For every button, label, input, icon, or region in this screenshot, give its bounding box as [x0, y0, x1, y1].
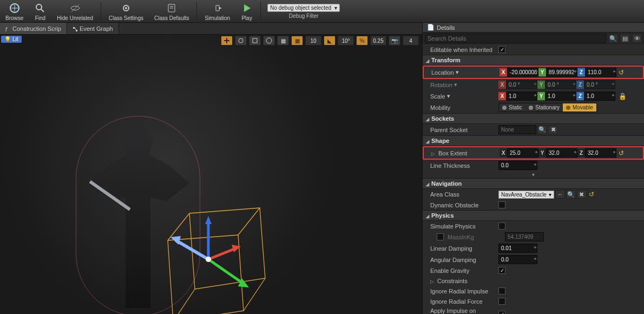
- scale-x-field[interactable]: 1.0: [506, 91, 537, 101]
- constraints-row[interactable]: Constraints: [423, 276, 644, 286]
- nav-back-icon[interactable]: ←: [555, 190, 565, 199]
- chevron-down-icon[interactable]: ▾: [447, 93, 450, 100]
- svg-marker-13: [244, 4, 251, 12]
- clear-class-icon[interactable]: ✖: [577, 190, 587, 199]
- browse-button[interactable]: Browse: [0, 0, 29, 22]
- chevron-down-icon[interactable]: ▾: [456, 69, 459, 76]
- simulation-icon: [212, 2, 224, 14]
- grid-snap-value[interactable]: 10: [305, 36, 321, 45]
- enable-gravity-checkbox[interactable]: [498, 267, 505, 274]
- category-physics[interactable]: Physics: [423, 210, 644, 221]
- reset-area-class-icon[interactable]: ↺: [589, 191, 594, 198]
- scale-label: Scale▾: [430, 93, 496, 100]
- tab-label: Event Graph: [80, 25, 113, 32]
- editable-inherited-checkbox[interactable]: [498, 46, 505, 53]
- coord-space-button[interactable]: [263, 36, 275, 45]
- graph-tabbar: f Construction Scrip Event Graph: [0, 23, 422, 35]
- category-shape[interactable]: Shape: [423, 135, 644, 146]
- svg-line-29: [208, 259, 244, 284]
- surface-snap-button[interactable]: ▦: [277, 36, 289, 45]
- location-x-field[interactable]: -20.000008: [507, 68, 538, 77]
- expand-shape-advanced[interactable]: ▾: [423, 171, 644, 178]
- angle-snap-value[interactable]: 10°: [338, 36, 354, 45]
- camera-speed-icon[interactable]: 📷: [389, 36, 400, 45]
- simulation-button[interactable]: Simulation: [199, 0, 235, 22]
- function-icon: f: [5, 27, 10, 31]
- box-extent-z-field[interactable]: 32.0: [585, 148, 616, 158]
- svg-line-17: [75, 28, 76, 30]
- apply-impulse-damage-checkbox[interactable]: [498, 311, 505, 315]
- lit-mode-badge[interactable]: 💡 Lit: [1, 36, 22, 43]
- axis-x-tag: X: [500, 68, 507, 76]
- angular-damping-label: Angular Damping: [430, 257, 496, 263]
- translate-gizmo: [170, 216, 249, 287]
- find-button[interactable]: Find: [29, 0, 51, 22]
- clear-socket-icon[interactable]: ✖: [548, 126, 558, 134]
- lock-scale-icon[interactable]: 🔒: [619, 93, 627, 100]
- mobility-label: Mobility: [430, 104, 496, 111]
- area-class-dropdown[interactable]: NavArea_Obstacle▾: [498, 191, 554, 199]
- mass-row: MassInKg 54.137409: [423, 231, 644, 243]
- angle-snap-toggle[interactable]: ◣: [324, 36, 336, 45]
- category-navigation[interactable]: Navigation: [423, 178, 644, 189]
- chevron-down-icon[interactable]: ▾: [454, 81, 457, 88]
- tab-event-graph[interactable]: Event Graph: [67, 23, 119, 34]
- find-label: Find: [35, 15, 45, 21]
- scale-snap-value[interactable]: 0.25: [370, 36, 386, 45]
- box-extent-label: Box Extent: [431, 150, 497, 156]
- mass-override-checkbox[interactable]: [437, 233, 444, 240]
- simulate-physics-checkbox[interactable]: [498, 223, 505, 230]
- line-thickness-field[interactable]: 0.0: [498, 161, 537, 170]
- svg-line-5: [71, 4, 79, 12]
- location-z-field[interactable]: 110.0: [585, 68, 616, 77]
- details-search-input[interactable]: [425, 34, 606, 43]
- parent-socket-field[interactable]: None: [498, 125, 536, 134]
- class-settings-button[interactable]: Class Settings: [103, 0, 149, 22]
- matrix-icon[interactable]: ▤: [620, 34, 630, 43]
- mobility-row: Mobility Static Stationary Movable: [423, 102, 644, 113]
- mobility-stationary[interactable]: Stationary: [525, 103, 563, 112]
- ignore-radial-force-checkbox[interactable]: [498, 298, 505, 305]
- grid-snap-toggle[interactable]: ▦: [291, 36, 303, 45]
- reset-location-icon[interactable]: ↺: [619, 69, 624, 76]
- box-extent-y-field[interactable]: 32.0: [546, 148, 577, 158]
- box-extent-x-field[interactable]: 25.0: [507, 148, 538, 158]
- mobility-static[interactable]: Static: [499, 103, 525, 112]
- browse-socket-icon[interactable]: 🔍: [537, 126, 547, 134]
- class-defaults-button[interactable]: Class Defaults: [149, 0, 194, 22]
- category-sockets[interactable]: Sockets: [423, 113, 644, 124]
- tab-construction-script[interactable]: f Construction Scrip: [0, 23, 67, 34]
- search-icon[interactable]: 🔍: [608, 34, 618, 43]
- category-transform[interactable]: Transform: [423, 55, 644, 66]
- scale-y-field[interactable]: 1.0: [545, 91, 576, 101]
- mass-field: 54.137409: [505, 232, 544, 241]
- eye-icon[interactable]: 👁: [632, 34, 642, 43]
- browse-class-icon[interactable]: 🔍: [566, 190, 576, 199]
- class-defaults-label: Class Defaults: [154, 15, 189, 21]
- debug-object-select[interactable]: No debug object selected ▾: [267, 4, 340, 12]
- dynamic-obstacle-checkbox[interactable]: [498, 201, 505, 208]
- camera-speed-value[interactable]: 4: [403, 36, 419, 45]
- rotation-x-field[interactable]: 0.0 °: [506, 80, 537, 89]
- rotation-z-field[interactable]: 0.0 °: [584, 80, 615, 89]
- svg-point-20: [266, 38, 272, 43]
- translate-mode-button[interactable]: [221, 36, 233, 45]
- scale-mode-button[interactable]: [249, 36, 261, 45]
- hide-unrelated-button[interactable]: Hide Unrelated: [51, 0, 98, 22]
- svg-marker-11: [216, 5, 219, 11]
- mobility-movable[interactable]: Movable: [563, 103, 596, 112]
- location-y-field[interactable]: 89.999992: [546, 68, 577, 77]
- reset-box-extent-icon[interactable]: ↺: [619, 149, 624, 157]
- line-thickness-row: Line Thickness 0.0: [423, 160, 644, 171]
- play-button[interactable]: Play: [235, 0, 258, 22]
- details-tab[interactable]: 📄 Details: [423, 23, 644, 32]
- rotation-y-field[interactable]: 0.0 °: [545, 80, 576, 89]
- ignore-radial-impulse-checkbox[interactable]: [498, 287, 505, 295]
- scale-z-field[interactable]: 1.0: [584, 91, 615, 101]
- angular-damping-field[interactable]: 0.0: [498, 255, 537, 264]
- svg-line-33: [176, 240, 208, 259]
- linear-damping-field[interactable]: 0.01: [498, 244, 537, 253]
- scale-snap-toggle[interactable]: %: [356, 36, 368, 45]
- viewport-3d[interactable]: 💡 Lit ▦ ▦ 10 ◣ 10° % 0.25 📷 4: [0, 35, 422, 314]
- rotate-mode-button[interactable]: [235, 36, 247, 45]
